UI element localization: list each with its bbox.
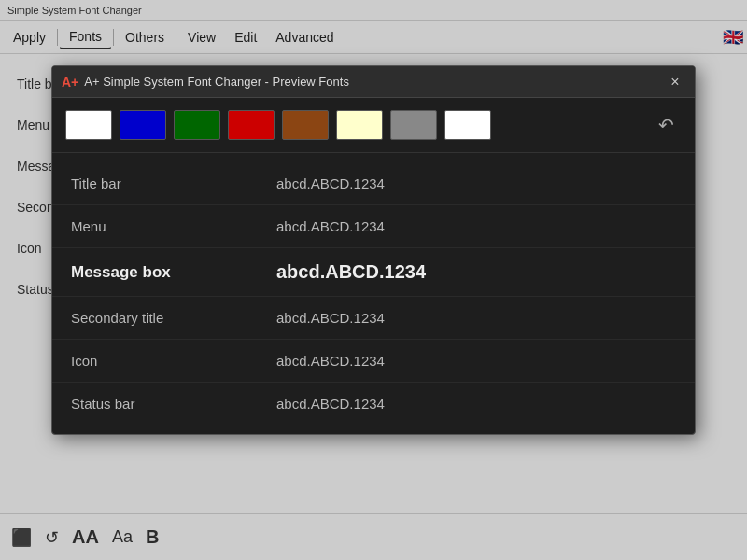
swatch-red[interactable] [228, 110, 275, 140]
preview-modal: A+ A+ Simple System Font Changer - Previ… [51, 65, 696, 435]
swatch-brown[interactable] [282, 110, 329, 140]
reset-button[interactable]: ↶ [650, 109, 682, 141]
preview-row-titlebar: Title bar abcd.ABCD.1234 [52, 162, 695, 205]
modal-titlebar: A+ A+ Simple System Font Changer - Previ… [52, 66, 695, 98]
preview-text-secondary: abcd.ABCD.1234 [276, 310, 385, 326]
preview-rows: Title bar abcd.ABCD.1234 Menu abcd.ABCD.… [52, 153, 695, 434]
modal-close-button[interactable]: × [665, 72, 685, 92]
preview-text-titlebar: abcd.ABCD.1234 [276, 175, 385, 191]
preview-label-messagebox: Message box [71, 263, 276, 282]
preview-text-menu: abcd.ABCD.1234 [276, 218, 385, 234]
swatch-gray[interactable] [390, 110, 437, 140]
preview-label-secondary: Secondary title [71, 310, 276, 326]
modal-app-icon: A+ [62, 75, 78, 90]
preview-text-icon: abcd.ABCD.1234 [276, 353, 385, 369]
preview-row-menu: Menu abcd.ABCD.1234 [52, 205, 695, 248]
preview-text-statusbar: abcd.ABCD.1234 [276, 396, 385, 412]
swatch-lightyellow[interactable] [336, 110, 383, 140]
preview-label-statusbar: Status bar [71, 396, 276, 412]
swatch-green[interactable] [174, 110, 220, 140]
preview-label-menu: Menu [71, 218, 276, 234]
preview-row-statusbar: Status bar abcd.ABCD.1234 [52, 383, 695, 425]
swatch-white2[interactable] [444, 110, 491, 140]
swatch-blue[interactable] [120, 110, 166, 140]
preview-text-messagebox: abcd.ABCD.1234 [276, 261, 426, 283]
preview-label-icon: Icon [71, 353, 276, 369]
preview-row-icon: Icon abcd.ABCD.1234 [52, 340, 695, 383]
modal-overlay: A+ A+ Simple System Font Changer - Previ… [0, 0, 747, 560]
preview-label-titlebar: Title bar [71, 175, 276, 191]
preview-row-secondary: Secondary title abcd.ABCD.1234 [52, 297, 695, 340]
preview-row-messagebox: Message box abcd.ABCD.1234 [52, 248, 695, 297]
swatch-row: ↶ [52, 98, 695, 153]
swatch-white[interactable] [65, 110, 112, 140]
modal-title: A+ Simple System Font Changer - Preview … [84, 75, 665, 89]
